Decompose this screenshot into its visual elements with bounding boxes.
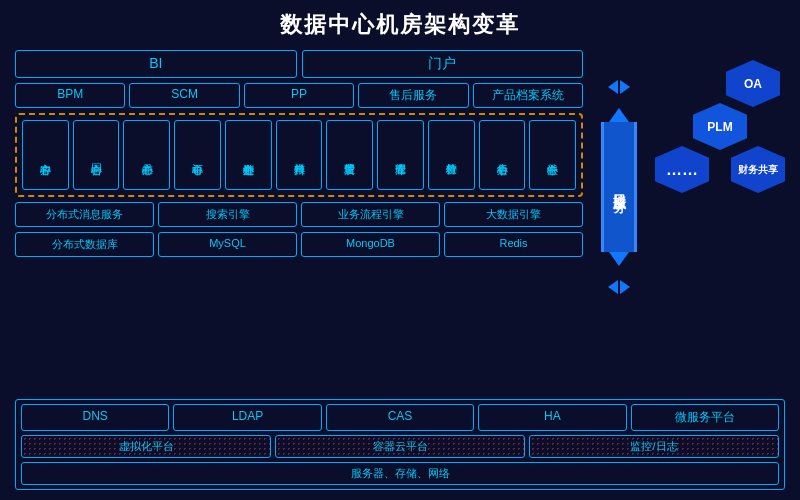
distributed-db: 分布式数据库 — [15, 232, 154, 257]
order-center: 订单中心 — [174, 120, 221, 190]
arrow-right-bottom — [620, 280, 630, 294]
scm-box: SCM — [129, 83, 239, 108]
contract-center: 合同中心 — [73, 120, 120, 190]
bottom-section: DNS LDAP CAS HA 微服务平台 虚拟化平台 容器云平台 监控/日志 … — [15, 399, 785, 490]
arrow-left-bottom — [608, 280, 618, 294]
left-section: BI 门户 BPM SCM PP 售后服务 产品档案系统 客户中心 合同中心 产… — [15, 50, 583, 393]
portal-box: 门户 — [302, 50, 584, 78]
hex-finance: 财务共享 — [731, 146, 785, 193]
production-plan-center: 生产计划中心 — [225, 120, 272, 190]
top-arrows — [608, 80, 630, 94]
ifc-arrow-bottom — [609, 252, 629, 266]
monitor-log-label: 监控/日志 — [630, 440, 677, 452]
bottom-arrows — [608, 280, 630, 294]
content-area: BI 门户 BPM SCM PP 售后服务 产品档案系统 客户中心 合同中心 产… — [15, 50, 785, 393]
hex-row-2: PLM — [655, 103, 785, 150]
product-center: 产品中心 — [123, 120, 170, 190]
bottom-row1: DNS LDAP CAS HA 微服务平台 — [21, 404, 779, 431]
production-material: 排产领料 — [276, 120, 323, 190]
hex-row-1: OA — [655, 60, 785, 107]
right-section: OA PLM …… 财务共享 — [655, 50, 785, 393]
page-title: 数据中心机房架构变革 — [15, 10, 785, 40]
bpm-box: BPM — [15, 83, 125, 108]
hex-more: …… — [655, 146, 709, 193]
distributed-msg: 分布式消息服务 — [15, 202, 154, 227]
virtualization-box: 虚拟化平台 — [21, 435, 271, 458]
aftersale-box: 售后服务 — [358, 83, 468, 108]
container-cloud-box: 容器云平台 — [275, 435, 525, 458]
main-container: 数据中心机房架构变革 BI 门户 BPM SCM PP 售后服务 产品档案系统 … — [0, 0, 800, 500]
interface-section: 接口服务 — [589, 50, 649, 393]
pp-box: PP — [244, 83, 354, 108]
workflow-engine: 业务流程引擎 — [301, 202, 440, 227]
bottom-row2: 虚拟化平台 容器云平台 监控/日志 — [21, 435, 779, 458]
cas-box: CAS — [326, 404, 474, 431]
bottom-row3: 服务器、存储、网络 — [21, 462, 779, 485]
hex-oa: OA — [726, 60, 780, 107]
ifc-label: 接口服务 — [610, 183, 628, 191]
container-cloud-label: 容器云平台 — [373, 440, 428, 452]
warehouse-management: 仓库管理 — [377, 120, 424, 190]
dns-box: DNS — [21, 404, 169, 431]
interface-connector: 接口服务 — [601, 108, 637, 266]
microservice-box: 微服务平台 — [631, 404, 779, 431]
top-row: BI 门户 — [15, 50, 583, 78]
dispatch-center: 派件中心 — [529, 120, 576, 190]
ifc-bar: 接口服务 — [601, 122, 637, 252]
hex-grid: OA PLM …… 财务共享 — [655, 60, 785, 193]
bigdata-engine: 大数据引擎 — [444, 202, 583, 227]
services-row: 分布式消息服务 搜索引擎 业务流程引擎 大数据引擎 — [15, 202, 583, 227]
server-storage-network-box: 服务器、存储、网络 — [21, 462, 779, 485]
customer-center: 客户中心 — [22, 120, 69, 190]
arrow-left-top — [608, 80, 618, 94]
ha-box: HA — [478, 404, 626, 431]
mongodb-box: MongoDB — [301, 232, 440, 257]
second-row: BPM SCM PP 售后服务 产品档案系统 — [15, 83, 583, 108]
middle-section: 客户中心 合同中心 产品中心 订单中心 生产计划中心 排产领料 质量管理 仓库管… — [15, 113, 583, 197]
ifc-arrow-top — [609, 108, 629, 122]
mysql-box: MySQL — [158, 232, 297, 257]
hex-plm: PLM — [693, 103, 747, 150]
hex-row-3: …… 财务共享 — [655, 146, 785, 193]
quality-management: 质量管理 — [326, 120, 373, 190]
arrow-right-top — [620, 80, 630, 94]
software-analysis: 软件分析 — [428, 120, 475, 190]
ldap-box: LDAP — [173, 404, 321, 431]
redis-box: Redis — [444, 232, 583, 257]
aftersale-center: 售后中心 — [479, 120, 526, 190]
monitor-log-box: 监控/日志 — [529, 435, 779, 458]
virtualization-label: 虚拟化平台 — [119, 440, 174, 452]
bi-box: BI — [15, 50, 297, 78]
product-archive-box: 产品档案系统 — [473, 83, 583, 108]
db-row: 分布式数据库 MySQL MongoDB Redis — [15, 232, 583, 257]
search-engine: 搜索引擎 — [158, 202, 297, 227]
